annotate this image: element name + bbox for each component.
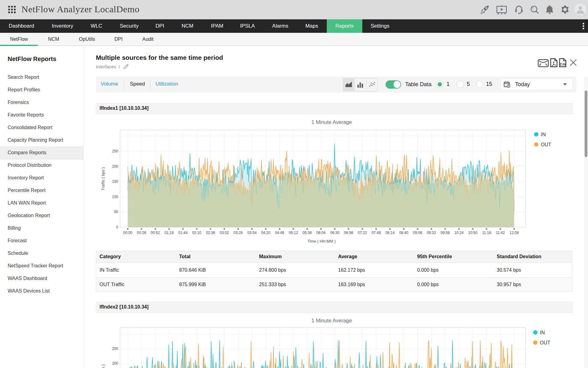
- svg-text:05:12: 05:12: [289, 231, 298, 235]
- svg-text:OUT: OUT: [540, 340, 550, 345]
- svg-text:12:08: 12:08: [510, 231, 519, 235]
- svg-text:07:22: 07:22: [358, 231, 367, 235]
- svg-text:09:58: 09:58: [441, 231, 450, 235]
- svg-text:09:06: 09:06: [413, 231, 422, 235]
- svg-text:00:52: 00:52: [151, 231, 160, 235]
- svg-text:07:48: 07:48: [371, 231, 381, 235]
- svg-text:08:40: 08:40: [399, 231, 408, 235]
- svg-text:200: 200: [112, 164, 118, 169]
- svg-text:03:28: 03:28: [234, 231, 243, 235]
- svg-text:10:50: 10:50: [468, 231, 477, 235]
- svg-text:04:46: 04:46: [275, 231, 284, 235]
- svg-text:11:42: 11:42: [496, 231, 505, 235]
- svg-text:06:30: 06:30: [330, 231, 339, 235]
- svg-text:05:38: 05:38: [303, 231, 312, 235]
- svg-text:Traffic ( bps ): Traffic ( bps ): [101, 167, 105, 190]
- svg-text:02:36: 02:36: [206, 231, 215, 235]
- svg-text:00:00: 00:00: [123, 231, 132, 235]
- svg-text:IN: IN: [541, 132, 546, 137]
- svg-text:03:54: 03:54: [247, 231, 257, 235]
- svg-text:10:24: 10:24: [454, 231, 464, 235]
- svg-text:04:20: 04:20: [261, 231, 270, 235]
- svg-text:00:26: 00:26: [137, 231, 146, 235]
- svg-text:50: 50: [114, 210, 119, 214]
- svg-text:Time ( HH:MM ): Time ( HH:MM ): [307, 239, 336, 243]
- svg-text:150: 150: [112, 179, 118, 184]
- svg-text:1 Minute Average: 1 Minute Average: [311, 318, 352, 324]
- svg-text:100: 100: [112, 195, 118, 199]
- svg-text:09:32: 09:32: [427, 231, 436, 235]
- svg-text:03:02: 03:02: [220, 231, 229, 235]
- svg-text:250: 250: [112, 149, 118, 153]
- svg-text:11:16: 11:16: [482, 231, 491, 235]
- svg-text:08:14: 08:14: [385, 231, 394, 235]
- svg-text:0: 0: [116, 225, 118, 229]
- svg-text:01:18: 01:18: [164, 231, 174, 235]
- svg-text:06:56: 06:56: [344, 231, 353, 235]
- svg-text:200: 200: [112, 361, 118, 366]
- svg-text:Traffic ( bps ): Traffic ( bps ): [101, 364, 105, 368]
- svg-text:1 Minute Average: 1 Minute Average: [311, 119, 352, 125]
- svg-text:06:04: 06:04: [316, 231, 326, 235]
- svg-text:02:10: 02:10: [192, 231, 201, 235]
- svg-text:OUT: OUT: [541, 142, 551, 147]
- svg-text:250: 250: [112, 347, 118, 351]
- svg-text:IN: IN: [540, 330, 545, 335]
- svg-text:01:44: 01:44: [178, 231, 187, 235]
